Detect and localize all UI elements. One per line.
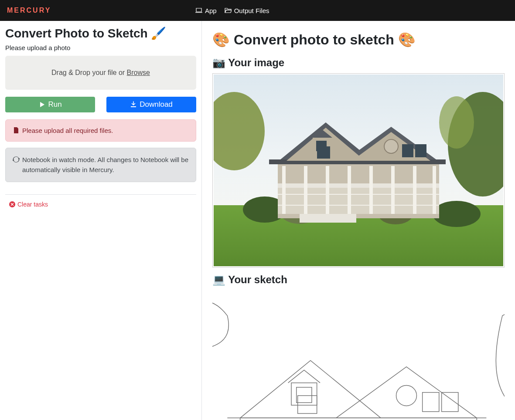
download-icon: [130, 101, 137, 108]
content-area: 🎨 Convert photo to sketch 🎨 📷 Your image: [202, 21, 515, 420]
svg-rect-35: [300, 214, 356, 223]
svg-rect-22: [415, 144, 426, 157]
sidebar: Convert Photo to Sketch 🖌️ Please upload…: [0, 21, 202, 420]
download-button[interactable]: Download: [106, 97, 196, 112]
nav-app-label: App: [205, 7, 217, 14]
sketch-image-frame: [212, 290, 505, 420]
refresh-icon: [13, 156, 20, 163]
brand-logo: MERCURY: [7, 7, 195, 14]
laptop-icon: [195, 7, 202, 14]
dropzone-text: Drag & Drop your file or: [51, 69, 127, 76]
run-label: Run: [48, 100, 61, 109]
sketch-image: [212, 290, 505, 420]
svg-rect-26: [304, 166, 307, 214]
file-dropzone[interactable]: Drag & Drop your file or Browse: [5, 56, 196, 90]
svg-rect-25: [282, 166, 286, 214]
nav-output-files-label: Output Files: [234, 7, 269, 14]
nav-output-files[interactable]: Output Files: [225, 7, 269, 14]
page-title: Convert Photo to Sketch 🖌️: [5, 26, 196, 41]
error-alert: Please upload all required files.: [5, 119, 196, 142]
svg-rect-29: [369, 166, 373, 214]
top-nav: App Output Files: [195, 7, 269, 14]
error-text: Please upload all required files.: [22, 127, 113, 134]
info-alert: Notebook in watch mode. All changes to N…: [5, 148, 196, 182]
svg-rect-27: [326, 166, 329, 214]
run-button[interactable]: Run: [5, 97, 95, 112]
svg-rect-20: [317, 146, 330, 159]
content-title: 🎨 Convert photo to sketch 🎨: [212, 31, 505, 48]
button-row: Run Download: [5, 97, 196, 112]
times-circle-icon: [9, 201, 16, 208]
svg-point-9: [433, 201, 481, 227]
info-text: Notebook in watch mode. All changes to N…: [22, 155, 189, 175]
original-image: [214, 75, 503, 266]
clear-tasks-label: Clear tasks: [17, 201, 48, 208]
your-image-heading: 📷 Your image: [212, 57, 505, 69]
file-icon: [13, 127, 20, 134]
svg-rect-31: [413, 166, 416, 214]
play-icon: [38, 101, 45, 108]
svg-rect-36: [212, 290, 505, 420]
svg-rect-21: [402, 144, 413, 157]
folder-open-icon: [225, 7, 232, 14]
your-sketch-heading: 💻 Your sketch: [212, 274, 505, 286]
original-image-frame: [212, 73, 505, 268]
topbar: MERCURY App Output Files: [0, 0, 515, 21]
divider: [5, 194, 196, 195]
svg-point-5: [439, 96, 474, 149]
svg-rect-28: [348, 166, 351, 214]
download-label: Download: [140, 100, 173, 109]
svg-rect-32: [433, 166, 436, 214]
svg-point-19: [384, 139, 398, 153]
page-subtitle: Please upload a photo: [5, 44, 196, 51]
nav-app[interactable]: App: [195, 7, 217, 14]
svg-rect-30: [391, 166, 395, 214]
browse-link[interactable]: Browse: [127, 69, 150, 76]
clear-tasks-link[interactable]: Clear tasks: [9, 201, 48, 208]
